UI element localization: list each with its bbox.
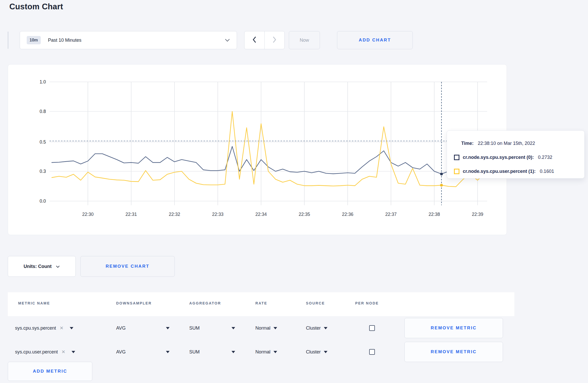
- svg-text:0.3: 0.3: [40, 169, 46, 174]
- per-node-checkbox[interactable]: [369, 349, 375, 355]
- remove-chart-button[interactable]: REMOVE CHART: [80, 256, 175, 277]
- svg-text:22:35: 22:35: [299, 212, 310, 217]
- downsampler-value: AVG: [116, 325, 126, 331]
- source-select[interactable]: Cluster: [306, 340, 327, 364]
- col-header-rate: RATE: [255, 301, 267, 305]
- downsampler-caret[interactable]: [166, 316, 170, 340]
- time-window-dropdown[interactable]: 10m Past 10 Minutes: [20, 31, 237, 49]
- tooltip-series-name: cr.node.sys.cpu.sys.percent (0):: [463, 155, 534, 160]
- cpu-usage-line-chart[interactable]: 22:3022:3122:3222:3322:3422:3522:3622:37…: [8, 65, 507, 235]
- prev-time-button[interactable]: [244, 31, 265, 49]
- metric-name-value: sys.cpu.user.percent: [15, 349, 58, 355]
- tooltip-series-row: cr.node.sys.cpu.user.percent (1): 0.1601: [461, 164, 579, 178]
- tooltip-time-value: 22:38:10 on Mar 15th, 2022: [478, 141, 535, 146]
- tooltip-time-label: Time:: [461, 141, 474, 146]
- svg-text:0.0: 0.0: [40, 198, 46, 204]
- downsampler-select[interactable]: AVG: [116, 340, 126, 364]
- svg-text:22:38: 22:38: [429, 212, 440, 217]
- units-label: Units: Count: [24, 264, 52, 269]
- svg-text:22:37: 22:37: [385, 212, 397, 217]
- aggregator-caret[interactable]: [232, 340, 235, 364]
- now-button[interactable]: Now: [289, 31, 320, 49]
- chart-tooltip: Time: 22:38:10 on Mar 15th, 2022 cr.node…: [447, 130, 585, 179]
- remove-metric-button[interactable]: REMOVE METRIC: [404, 318, 503, 338]
- svg-text:22:32: 22:32: [169, 212, 180, 217]
- metric-name-value: sys.cpu.sys.percent: [15, 325, 56, 331]
- svg-text:22:33: 22:33: [212, 212, 223, 217]
- col-header-per-node: PER NODE: [355, 301, 379, 305]
- aggregator-caret[interactable]: [232, 316, 235, 340]
- downsampler-caret[interactable]: [166, 340, 170, 364]
- svg-text:22:30: 22:30: [82, 212, 94, 217]
- svg-text:22:31: 22:31: [125, 212, 137, 217]
- col-header-downsampler: DOWNSAMPLER: [116, 301, 152, 305]
- sys-percent-swatch-icon: [454, 155, 459, 160]
- rate-value: Normal: [255, 325, 270, 331]
- clear-metric-icon[interactable]: ✕: [61, 349, 65, 355]
- add-chart-button[interactable]: ADD CHART: [337, 31, 413, 49]
- rate-select[interactable]: Normal: [255, 340, 277, 364]
- svg-text:0.8: 0.8: [40, 109, 46, 114]
- cpu-usage-chart-card: 22:3022:3122:3222:3322:3422:3522:3622:37…: [8, 64, 507, 235]
- tooltip-time-row: Time: 22:38:10 on Mar 15th, 2022: [461, 136, 579, 150]
- source-value: Cluster: [306, 349, 321, 355]
- source-value: Cluster: [306, 325, 321, 331]
- metric-name-dropdown[interactable]: sys.cpu.sys.percent ✕: [15, 316, 73, 340]
- user-percent-swatch-icon: [454, 169, 459, 174]
- units-dropdown[interactable]: Units: Count: [8, 256, 76, 277]
- caret-down-icon[interactable]: [70, 327, 73, 329]
- svg-text:22:34: 22:34: [255, 212, 267, 217]
- tooltip-series-name: cr.node.sys.cpu.user.percent (1):: [463, 169, 536, 174]
- clear-metric-icon[interactable]: ✕: [60, 325, 64, 331]
- toolbar-divider: [8, 32, 8, 49]
- custom-chart-page: Custom Chart 10m Past 10 Minutes Now ADD…: [0, 0, 588, 383]
- metrics-table-header: METRIC NAME DOWNSAMPLER AGGREGATOR RATE …: [8, 292, 514, 316]
- col-header-aggregator: AGGREGATOR: [189, 301, 221, 305]
- svg-text:22:36: 22:36: [342, 212, 353, 217]
- time-window-label: Past 10 Minutes: [48, 38, 81, 43]
- source-select[interactable]: Cluster: [306, 316, 327, 340]
- time-nav-group: [244, 31, 285, 49]
- metric-name-dropdown[interactable]: sys.cpu.user.percent ✕: [15, 340, 75, 364]
- col-header-metric-name: METRIC NAME: [18, 301, 50, 305]
- col-header-source: SOURCE: [306, 301, 325, 305]
- tooltip-series-value: 0.1601: [540, 169, 554, 174]
- tooltip-series-row: cr.node.sys.cpu.sys.percent (0): 0.2732: [461, 150, 579, 164]
- aggregator-value: SUM: [189, 349, 200, 355]
- remove-metric-button[interactable]: REMOVE METRIC: [404, 342, 503, 362]
- chevron-left-icon: [253, 36, 256, 44]
- chevron-down-icon: [56, 264, 60, 269]
- per-node-cell: [369, 316, 375, 340]
- page-title: Custom Chart: [9, 2, 63, 11]
- add-metric-button[interactable]: ADD METRIC: [8, 362, 92, 381]
- svg-text:1.0: 1.0: [40, 79, 46, 84]
- aggregator-select[interactable]: SUM: [189, 340, 200, 364]
- svg-text:22:39: 22:39: [472, 212, 483, 217]
- downsampler-value: AVG: [116, 349, 126, 355]
- aggregator-select[interactable]: SUM: [189, 316, 200, 340]
- caret-down-icon[interactable]: [72, 351, 75, 353]
- svg-text:0.5: 0.5: [40, 139, 46, 145]
- per-node-cell: [369, 340, 375, 364]
- next-time-button[interactable]: [265, 31, 285, 49]
- chevron-right-icon: [272, 36, 276, 44]
- rate-select[interactable]: Normal: [255, 316, 277, 340]
- time-window-badge: 10m: [27, 36, 41, 44]
- downsampler-select[interactable]: AVG: [116, 316, 126, 340]
- metric-row: sys.cpu.user.percent ✕ AVG SUM Normal Cl…: [8, 340, 514, 364]
- rate-value: Normal: [255, 349, 270, 355]
- aggregator-value: SUM: [189, 325, 200, 331]
- metric-row: sys.cpu.sys.percent ✕ AVG SUM Normal Clu…: [8, 316, 514, 340]
- tooltip-series-value: 0.2732: [538, 155, 552, 160]
- per-node-checkbox[interactable]: [369, 325, 375, 331]
- chevron-down-icon: [225, 39, 230, 42]
